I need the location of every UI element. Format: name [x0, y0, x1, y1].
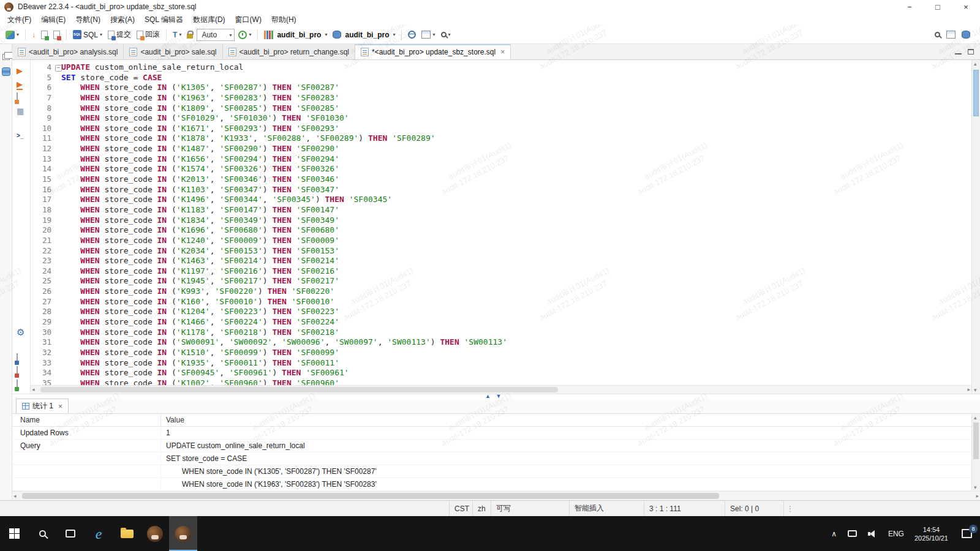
- table-row[interactable]: QueryUPDATE custom_online_sale_return_lo…: [12, 440, 980, 452]
- new-sql-script-button[interactable]: [39, 29, 50, 40]
- scroll-down-icon[interactable]: ▾: [974, 484, 977, 490]
- scrollbar-thumb[interactable]: [973, 70, 979, 116]
- maximize-view-icon[interactable]: [968, 49, 974, 54]
- splitter-arrows-icon[interactable]: ▲ ▼: [485, 393, 503, 399]
- database-navigator-icon[interactable]: [2, 67, 10, 76]
- recent-sql-script-button[interactable]: [51, 29, 62, 40]
- table-row[interactable]: SET store_code = CASE: [12, 452, 980, 465]
- value-column-header[interactable]: Value: [161, 414, 184, 426]
- scroll-up-icon[interactable]: ▴: [974, 61, 977, 67]
- volume-button[interactable]: [862, 530, 883, 538]
- export-grid-icon[interactable]: [17, 380, 18, 389]
- panel-horizontal-scrollbar[interactable]: ◂ ▸: [12, 491, 980, 500]
- transaction-lock-button[interactable]: [185, 29, 195, 40]
- code-area[interactable]: 4UPDATE custom_online_sale_return_local5…: [31, 60, 971, 385]
- close-icon[interactable]: ×: [58, 402, 62, 411]
- rollback-button[interactable]: 回滚: [135, 28, 162, 41]
- name-column-header[interactable]: Name: [12, 414, 161, 426]
- menu-item[interactable]: 帮助(H): [266, 13, 301, 26]
- active-database-combobox[interactable]: audit_bi_pro ▾: [331, 29, 397, 40]
- restore-panels-icon[interactable]: [2, 54, 10, 60]
- minimize-button[interactable]: −: [895, 0, 924, 13]
- editor-tab[interactable]: <audit_bi_pro> return_change.sql: [223, 44, 355, 59]
- commit-mode-combobox[interactable]: Auto ▾: [197, 29, 235, 41]
- fold-spacer: [55, 225, 61, 236]
- dbeaver-taskbar-button[interactable]: [141, 516, 169, 551]
- statistics-tab[interactable]: 统计 1 ×: [16, 399, 69, 413]
- menu-item[interactable]: 文件(F): [2, 13, 36, 26]
- scrollbar-thumb[interactable]: [22, 493, 719, 499]
- close-button[interactable]: ×: [952, 0, 980, 13]
- touch-keyboard-button[interactable]: [842, 530, 862, 537]
- scrollbar-thumb[interactable]: [973, 422, 979, 459]
- panel-icon: [421, 31, 431, 39]
- database-perspective-icon[interactable]: [962, 31, 970, 39]
- file-explorer-button[interactable]: [113, 516, 141, 551]
- scrollbar-thumb[interactable]: [40, 387, 558, 392]
- scroll-down-icon[interactable]: ▾: [974, 387, 977, 393]
- panel-vertical-scrollbar[interactable]: ▴ ▾: [971, 414, 980, 491]
- menu-item[interactable]: SQL 编辑器: [140, 13, 188, 26]
- execute-script-icon[interactable]: [17, 93, 18, 102]
- explain-plan-icon[interactable]: ▦: [17, 107, 24, 116]
- commit-button[interactable]: 提交: [106, 28, 133, 41]
- menu-item[interactable]: 窗口(W): [230, 13, 266, 26]
- panel-layout-button[interactable]: ▾: [420, 29, 437, 40]
- taskbar-search-button[interactable]: [28, 516, 56, 551]
- editor-panel-splitter[interactable]: ▲ ▼: [12, 394, 980, 400]
- fold-spacer: [55, 195, 61, 205]
- show-hidden-icons-button[interactable]: ∧: [826, 530, 842, 538]
- start-button[interactable]: [0, 516, 28, 551]
- menu-item[interactable]: 搜索(A): [105, 13, 140, 26]
- language-indicator[interactable]: ENG: [883, 530, 910, 538]
- fold-spacer: [55, 154, 61, 165]
- scroll-right-icon[interactable]: ▸: [976, 493, 979, 499]
- editor-tab[interactable]: *<audit_bi_pro> update_sbz_store.sql×: [355, 44, 511, 59]
- scroll-left-icon[interactable]: ◂: [32, 386, 35, 392]
- search-icon[interactable]: [935, 32, 940, 37]
- editor-vertical-scrollbar[interactable]: ▴ ▾: [971, 60, 980, 394]
- maximize-button[interactable]: □: [924, 0, 952, 13]
- scroll-right-icon[interactable]: ▸: [967, 386, 970, 392]
- internet-explorer-button[interactable]: e: [85, 516, 113, 551]
- editor-tab[interactable]: <audit_bi_pro> sale.sql: [124, 44, 222, 59]
- menu-item[interactable]: 数据库(D): [188, 13, 230, 26]
- transaction-log-button[interactable]: ▾: [236, 29, 253, 40]
- transaction-mode-button[interactable]: T ▾: [171, 29, 183, 40]
- statusbar-segments: CSTzh可写智能插入3 : 1 : 111Sel: 0 | 0: [449, 501, 783, 516]
- editor-line: 14 WHEN store_code IN ('K1574', 'SF00326…: [31, 164, 971, 174]
- sql-editor-menu-button[interactable]: SQL SQL ▾: [71, 29, 104, 40]
- taskbar-clock[interactable]: 14:54 2025/10/21: [910, 525, 953, 542]
- quick-search-button[interactable]: ▾: [439, 31, 453, 39]
- folder-icon: [121, 530, 134, 538]
- execute-statement-icon[interactable]: ▶: [17, 66, 23, 75]
- menu-item[interactable]: 导航(N): [70, 13, 105, 26]
- settings-gear-icon[interactable]: ⚙: [17, 327, 24, 338]
- scroll-left-icon[interactable]: ◂: [13, 493, 17, 499]
- editor-horizontal-scrollbar[interactable]: ◂ ▸: [31, 385, 971, 394]
- notification-badge: 8: [969, 525, 978, 533]
- rollback-label: 回滚: [145, 29, 160, 40]
- new-connection-button[interactable]: ▾: [4, 29, 21, 40]
- fetch-result-button[interactable]: ↓: [30, 29, 37, 40]
- open-perspective-icon[interactable]: [946, 31, 956, 39]
- table-row[interactable]: WHEN store_code IN ('K1305', 'SF00287') …: [12, 465, 980, 478]
- sql-console-icon[interactable]: >_: [17, 132, 23, 139]
- fold-collapse-icon[interactable]: [55, 62, 61, 73]
- task-view-button[interactable]: [56, 516, 85, 551]
- execute-new-tab-icon[interactable]: ▶: [17, 80, 23, 90]
- dbeaver-taskbar-button-active[interactable]: [169, 516, 197, 551]
- network-profile-button[interactable]: [406, 29, 418, 40]
- table-row[interactable]: Updated Rows1: [12, 427, 980, 440]
- action-center-button[interactable]: 8: [953, 529, 980, 538]
- save-report-icon[interactable]: [17, 367, 18, 376]
- minimize-view-icon[interactable]: [955, 53, 962, 54]
- scroll-up-icon[interactable]: ▴: [974, 414, 977, 421]
- tab-close-icon[interactable]: ×: [500, 48, 505, 56]
- menu-item[interactable]: 编辑(E): [36, 13, 70, 26]
- editor-tab[interactable]: <audit_bi_pro> analysis.sql: [12, 44, 124, 59]
- export-file-icon[interactable]: [17, 354, 18, 363]
- active-connection-combobox[interactable]: audit_bi_pro ▾: [262, 29, 329, 40]
- sql-editor[interactable]: 4UPDATE custom_online_sale_return_local5…: [31, 60, 971, 394]
- table-row[interactable]: WHEN store_code IN ('K1963', 'SF00283') …: [12, 478, 980, 491]
